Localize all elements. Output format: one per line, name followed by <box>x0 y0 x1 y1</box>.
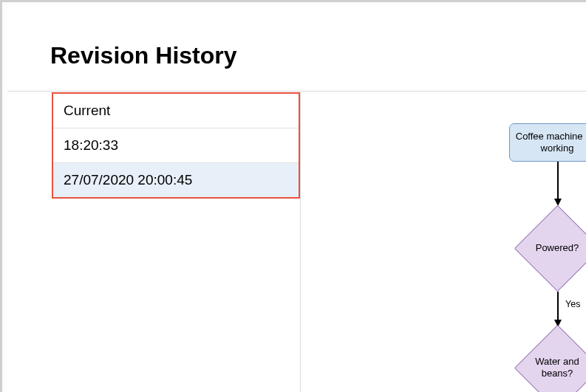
flowchart-decision-node[interactable]: Water and beans? <box>514 324 586 392</box>
page-title: Revision History <box>50 42 237 69</box>
flowchart-connector <box>557 292 559 321</box>
diagram-preview-pane: Coffee machine not working Powered? Yes … <box>301 91 586 392</box>
revision-item-selected[interactable]: 27/07/2020 20:00:45 <box>53 163 299 197</box>
flowchart-edge-label: Yes <box>565 299 580 309</box>
revision-item[interactable]: 18:20:33 <box>53 128 299 163</box>
flowchart-start-node[interactable]: Coffee machine not working <box>509 123 586 162</box>
window-frame: Revision History Current 18:20:33 27/07/… <box>0 0 586 392</box>
flowchart-decision-label: Water and beans? <box>520 356 586 379</box>
document-surface: Revision History Current 18:20:33 27/07/… <box>7 5 586 392</box>
revision-history-panel: Current 18:20:33 27/07/2020 20:00:45 <box>52 92 300 199</box>
revision-item-current[interactable]: Current <box>53 94 299 128</box>
flowchart-diagram: Coffee machine not working Powered? Yes … <box>301 91 586 392</box>
flowchart-decision-label: Powered? <box>536 242 579 254</box>
flowchart-decision-node[interactable]: Powered? <box>514 204 586 292</box>
flowchart-connector <box>557 162 559 200</box>
